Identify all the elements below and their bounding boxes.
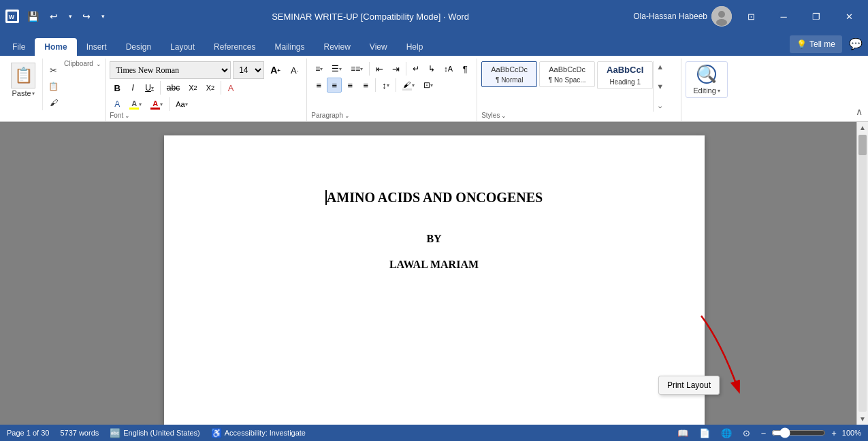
editing-button[interactable]: 🔍 Editing ▾: [686, 61, 728, 98]
svg-point-3: [718, 11, 725, 18]
editing-group: 🔍 Editing ▾ E: [681, 59, 732, 121]
scroll-down-button[interactable]: ▼: [857, 413, 868, 425]
text-effects-button[interactable]: A: [110, 97, 125, 112]
shading-button[interactable]: 🖌 ▾: [398, 78, 419, 93]
styles-dialog-button[interactable]: ⌄: [501, 112, 507, 119]
style-normal[interactable]: AaBbCcDc ¶ Normal: [481, 61, 537, 87]
sort-button[interactable]: ↕A: [440, 61, 457, 76]
save-button[interactable]: 💾: [23, 7, 42, 26]
vertical-scrollbar[interactable]: ▲ ▼: [856, 122, 868, 425]
subscript-button[interactable]: X2: [184, 80, 201, 95]
close-button[interactable]: ✕: [835, 0, 863, 33]
copy-button[interactable]: 📋: [44, 79, 63, 94]
web-layout-button[interactable]: 🌐: [718, 427, 735, 440]
scroll-up-button[interactable]: ▲: [857, 122, 868, 133]
user-avatar[interactable]: [711, 6, 732, 27]
zoom-out-button[interactable]: −: [758, 427, 769, 440]
document-scroll-area[interactable]: AMINO ACIDS AND ONCOGENES BY LAWAL MARIA…: [0, 122, 868, 425]
tab-design[interactable]: Design: [116, 38, 161, 56]
bullets-button[interactable]: ≡▾: [311, 61, 327, 76]
svg-text:W: W: [9, 14, 15, 20]
word-count: 5737 words: [60, 429, 99, 437]
tab-references[interactable]: References: [204, 38, 265, 56]
justify-button[interactable]: ≡: [358, 78, 373, 93]
editing-dropdown-icon: ▾: [718, 88, 720, 94]
change-case-button[interactable]: Aa▾: [172, 97, 191, 112]
font-name-select[interactable]: Times New Roman: [110, 61, 231, 79]
grow-font-button[interactable]: A+: [266, 63, 285, 78]
style-heading1[interactable]: AaBbCcI Heading 1: [597, 61, 653, 89]
line-spacing-button[interactable]: ↕▾: [378, 78, 393, 93]
status-bar: Page 1 of 30 5737 words 🔤 English (Unite…: [0, 425, 868, 441]
shrink-font-button[interactable]: A-: [287, 63, 302, 78]
style-nospace[interactable]: AaBbCcDc ¶ No Spac...: [539, 61, 595, 87]
quick-access-customize-button[interactable]: ▾: [98, 7, 108, 26]
undo-dropdown-button[interactable]: ▾: [65, 7, 75, 26]
collapse-ribbon-button[interactable]: ∧: [853, 105, 865, 118]
clear-format-button[interactable]: A: [223, 80, 238, 95]
styles-scroll: ▲ ▼ ⌄: [653, 61, 666, 112]
rtl-button[interactable]: ↳: [424, 61, 439, 76]
tab-layout[interactable]: Layout: [161, 38, 204, 56]
editing-search-icon: 🔍: [697, 65, 716, 84]
multilevel-button[interactable]: ≡≡▾: [347, 61, 367, 76]
align-right-button[interactable]: ≡: [342, 78, 357, 93]
tab-mailings[interactable]: Mailings: [265, 38, 314, 56]
tell-me-button[interactable]: 💡 Tell me: [790, 35, 842, 53]
focus-button[interactable]: ⊙: [740, 427, 753, 440]
font-separator-2: [221, 81, 221, 95]
ribbon-right-actions: 💡 Tell me 💬: [790, 35, 865, 56]
paste-button[interactable]: 📋 Paste ▾: [7, 61, 39, 99]
strikethrough-button[interactable]: abc: [163, 80, 184, 95]
comments-button[interactable]: 💬: [846, 35, 865, 53]
pilcrow-button[interactable]: ¶: [457, 61, 472, 76]
align-center-button[interactable]: ≡: [327, 78, 342, 93]
app-wrapper: W 💾 ↩ ▾ ↪ ▾ SEMINAR WRITE-UP [Compatibil…: [0, 0, 868, 441]
tab-file[interactable]: File: [3, 38, 35, 56]
clipboard-expand-button[interactable]: ⌄: [95, 61, 102, 67]
language-button[interactable]: 🔤 English (United States): [110, 428, 200, 438]
minimize-button[interactable]: ─: [770, 0, 797, 33]
font-color-button[interactable]: A ▾: [146, 97, 167, 112]
maximize-button[interactable]: ❐: [803, 0, 830, 33]
styles-expand-button[interactable]: ⌄: [655, 100, 665, 112]
restore-window-button[interactable]: ⊡: [737, 0, 765, 33]
styles-scroll-down-button[interactable]: ▼: [655, 81, 665, 92]
tab-home[interactable]: Home: [35, 38, 76, 56]
italic-button[interactable]: I: [125, 80, 140, 95]
document-author-text: LAWAL MARIAM: [219, 259, 650, 271]
font-separator-1: [160, 81, 161, 95]
zoom-in-button[interactable]: +: [829, 427, 839, 440]
cut-button[interactable]: ✂: [44, 63, 63, 78]
styles-scroll-up-button[interactable]: ▲: [655, 61, 665, 72]
accessibility-button[interactable]: ♿ Accessibility: Investigate: [211, 428, 306, 438]
borders-button[interactable]: ⊡▾: [419, 78, 437, 93]
superscript-button[interactable]: X2: [202, 80, 219, 95]
styles-group: AaBbCcDc ¶ Normal AaBbCcDc ¶ No Spac...: [477, 59, 681, 121]
tab-insert[interactable]: Insert: [77, 38, 116, 56]
font-size-select[interactable]: 14: [233, 61, 264, 79]
bold-button[interactable]: B: [110, 80, 125, 95]
print-layout-button[interactable]: 📄: [696, 427, 713, 440]
paragraph-expand-button[interactable]: ⌄: [344, 112, 350, 119]
zoom-slider[interactable]: [771, 427, 826, 438]
align-left-button[interactable]: ≡: [311, 78, 326, 93]
undo-button[interactable]: ↩: [46, 7, 61, 26]
numbering-button[interactable]: ☰▾: [327, 61, 346, 76]
tab-review[interactable]: Review: [314, 38, 359, 56]
font-expand-button[interactable]: ⌄: [125, 112, 130, 119]
decrease-indent-button[interactable]: ⇤: [372, 61, 387, 76]
editing-label: Editing: [693, 86, 716, 95]
highlight-color-button[interactable]: A ▾: [125, 97, 146, 112]
redo-button[interactable]: ↪: [79, 7, 94, 26]
language-label: English (United States): [123, 429, 200, 437]
svg-point-4: [716, 19, 727, 26]
tab-view[interactable]: View: [360, 38, 397, 56]
increase-indent-button[interactable]: ⇥: [388, 61, 404, 76]
ltr-button[interactable]: ↵: [408, 61, 423, 76]
tab-help[interactable]: Help: [397, 38, 433, 56]
read-mode-button[interactable]: 📖: [675, 427, 691, 440]
format-painter-button[interactable]: 🖌: [44, 95, 63, 110]
scroll-thumb[interactable]: [858, 135, 867, 155]
underline-button[interactable]: U▾: [141, 80, 158, 95]
